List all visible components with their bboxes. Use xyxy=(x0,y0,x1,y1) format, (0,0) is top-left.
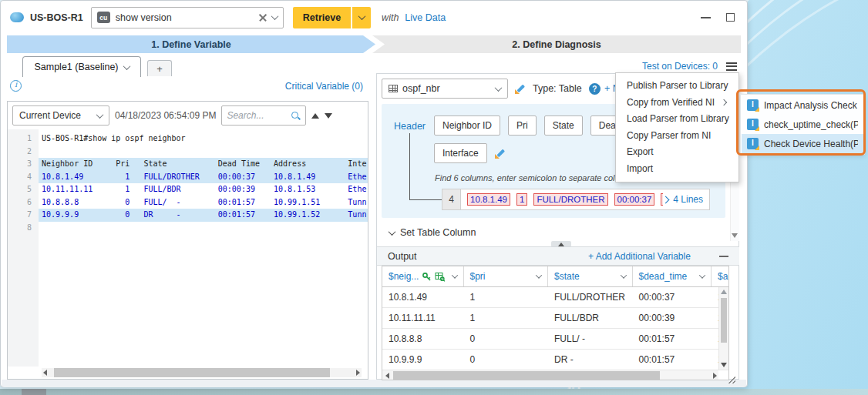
info-icon[interactable] xyxy=(10,80,22,92)
tab-add[interactable]: + xyxy=(147,60,172,76)
table-row[interactable]: 10.8.1.49 1 FULL/DROTHER 00:00:37 1 xyxy=(382,287,728,308)
code-line-highlighted[interactable]: 10.8.1.49 1 FULL/DROTHER 00:00:37 10.8.1… xyxy=(8,171,368,184)
chevron-down-icon xyxy=(699,272,705,278)
scroll-left-icon[interactable] xyxy=(43,370,47,376)
columns-hint: Find 6 columns, enter semicolon to separ… xyxy=(435,173,620,182)
column-header-pri[interactable]: $pri xyxy=(464,266,549,286)
code-line-highlighted[interactable]: 10.9.9.9 0 DR - 00:01:57 10.99.1.52 Tunn xyxy=(8,209,368,222)
retrieve-button[interactable]: Retrieve xyxy=(293,7,351,28)
horizontal-scrollbar[interactable] xyxy=(42,368,362,377)
column-header-dead-time[interactable]: $dead_time xyxy=(633,266,712,286)
matched-cell[interactable]: 1 xyxy=(516,193,527,206)
retrieve-split-button: Retrieve xyxy=(293,7,371,28)
menu-item-export[interactable]: Export xyxy=(616,144,738,161)
code-line-highlighted[interactable]: Neighbor ID Pri State Dead Time Address … xyxy=(8,158,368,171)
device-name: US-BOS-R1 xyxy=(30,12,83,23)
header-field-interface[interactable]: Interface xyxy=(434,143,487,163)
test-on-devices-link[interactable]: Test on Devices: 0 xyxy=(602,61,718,72)
edit-header-icon[interactable] xyxy=(495,148,506,159)
table-key-icon xyxy=(435,272,446,282)
code-line[interactable]: 10.11.11.11 1 FULL/BDR 00:00:39 10.8.1.5… xyxy=(8,183,368,196)
device-scope-value: Current Device xyxy=(19,110,93,121)
scrollbar-thumb[interactable] xyxy=(393,371,660,380)
menu-item-copy-from-verified-ni[interactable]: Copy from Verified NI xyxy=(616,95,738,112)
table-row[interactable]: 10.8.8.8 0 FULL/ - 00:01:57 1 xyxy=(382,329,728,350)
tree-connector xyxy=(409,133,410,199)
column-header-address[interactable]: $add xyxy=(712,266,728,286)
scroll-left-icon[interactable] xyxy=(385,373,389,379)
ni-item-check-device-health[interactable]: Check Device Health(P... xyxy=(742,134,863,153)
scrollbar-thumb[interactable] xyxy=(721,298,727,343)
retrieve-dropdown-button[interactable] xyxy=(352,7,371,28)
menu-item-publish-parser[interactable]: Publish Parser to Library xyxy=(616,78,738,95)
matched-cell[interactable]: FULL/DROTHER xyxy=(533,193,607,206)
code-line[interactable]: US-BOS-R1#show ip ospf neighbor xyxy=(8,132,368,146)
search-icon[interactable] xyxy=(291,111,301,121)
code-line[interactable] xyxy=(8,222,368,235)
matched-cell[interactable]: 00:00:37 xyxy=(614,193,655,206)
sample-text-panel: Current Device 04/18/2023 06:54:09 PM Se… xyxy=(7,101,368,380)
clear-icon[interactable] xyxy=(259,14,267,22)
header-label: Header xyxy=(394,121,426,132)
horizontal-scrollbar[interactable] xyxy=(382,370,718,380)
cli-badge: cu xyxy=(97,12,110,23)
step-define-diagnosis[interactable]: 2. Define Diagnosis xyxy=(372,35,741,53)
code-lines: US-BOS-R1#show ip ospf neighbor Neighbor… xyxy=(8,129,368,234)
search-prev-button[interactable] xyxy=(311,113,319,119)
chevron-down-icon xyxy=(123,62,130,70)
column-header-state[interactable]: $state xyxy=(548,266,633,286)
chevron-down-icon xyxy=(495,84,503,92)
code-line[interactable] xyxy=(8,146,368,159)
chevron-down-icon[interactable] xyxy=(271,12,278,20)
help-icon[interactable] xyxy=(589,83,601,95)
command-value[interactable]: show version xyxy=(116,12,254,23)
search-placeholder: Search... xyxy=(227,110,291,121)
command-input[interactable]: cu show version xyxy=(91,7,284,28)
chevron-right-icon xyxy=(662,196,670,203)
scroll-down-icon[interactable] xyxy=(732,233,738,238)
code-line[interactable]: 10.8.8.8 0 FULL/ - 00:01:57 10.99.1.51 T… xyxy=(8,196,368,209)
output-title: Output xyxy=(388,251,417,262)
menu-icon[interactable] xyxy=(726,62,737,71)
search-input[interactable]: Search... xyxy=(221,105,306,126)
device-scope-select[interactable]: Current Device xyxy=(12,105,109,126)
vertical-scrollbar[interactable] xyxy=(718,287,728,370)
table-row[interactable]: 10.9.9.9 0 DR - 00:01:57 1 xyxy=(382,350,728,370)
menu-item-copy-parser[interactable]: Copy Parser from NI xyxy=(616,128,738,145)
scroll-right-icon[interactable] xyxy=(356,370,360,376)
taskbar-segment xyxy=(22,389,46,395)
tab-sample1-label: Sample1 (Baseline) xyxy=(34,62,118,72)
header-field-state[interactable]: State xyxy=(544,115,583,136)
header-field-pri[interactable]: Pri xyxy=(508,115,537,136)
step-define-variable[interactable]: 1. Define Variable xyxy=(7,35,375,53)
scrollbar-thumb[interactable] xyxy=(54,368,330,377)
expand-lines-link[interactable]: 4 Lines xyxy=(663,194,709,205)
scroll-up-icon[interactable] xyxy=(721,290,727,294)
chevron-down-icon xyxy=(96,111,104,119)
set-table-column-toggle[interactable]: Set Table Column xyxy=(382,223,725,242)
tab-sample1[interactable]: Sample1 (Baseline) xyxy=(22,56,141,77)
scroll-right-icon[interactable] xyxy=(713,373,717,379)
parser-editor-window: US-BOS-R1 cu show version Retrieve with … xyxy=(0,0,748,387)
menu-item-import[interactable]: Import xyxy=(616,161,738,178)
search-next-button[interactable] xyxy=(325,113,332,119)
scroll-down-icon[interactable] xyxy=(721,363,727,367)
critical-variable-link[interactable]: Critical Variable (0) xyxy=(224,81,363,92)
header-field-neighbor-id[interactable]: Neighbor ID xyxy=(434,115,500,136)
table-row[interactable]: 10.11.11.11 1 FULL/BDR 00:00:39 1 xyxy=(382,308,728,329)
column-header-neighbor[interactable]: $neig... xyxy=(382,266,464,286)
ni-item-check-uptime[interactable]: check_uptime_check(P... xyxy=(742,115,863,134)
live-data-link[interactable]: Live Data xyxy=(405,12,446,23)
collapse-output-icon[interactable] xyxy=(719,256,728,257)
add-variable-link[interactable]: + Add Additional Variable xyxy=(588,251,691,262)
matched-cell[interactable]: 10.8.1.49 xyxy=(467,193,510,206)
ni-item-impact-analysis[interactable]: Impact Analysis Check ... xyxy=(742,95,863,115)
intent-icon xyxy=(747,119,759,130)
window-maximize-icon[interactable] xyxy=(726,13,735,22)
window-minimize-icon[interactable] xyxy=(701,17,711,18)
cli-output-view[interactable]: 1 2 3 4 5 6 7 8 US-BOS-R1#show ip ospf n… xyxy=(8,129,368,367)
menu-item-load-parser[interactable]: Load Parser from Library xyxy=(616,111,738,128)
edit-parser-icon[interactable] xyxy=(515,83,526,94)
output-table: $neig... $pri $state $dead_time xyxy=(382,266,729,380)
parser-select[interactable]: ospf_nbr xyxy=(382,79,508,99)
